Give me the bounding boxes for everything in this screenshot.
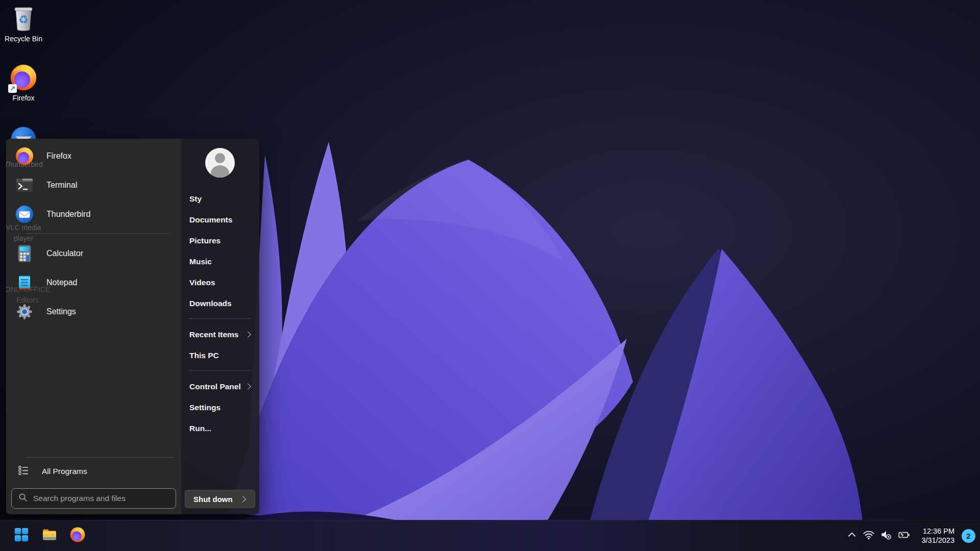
menu-item-run[interactable]: Run... — [181, 418, 259, 439]
menu-item-label: Music — [189, 257, 212, 266]
notification-count-badge[interactable]: 2 — [962, 529, 975, 543]
menu-separator — [27, 233, 169, 234]
menu-item-label: Terminal — [46, 181, 77, 190]
svg-text:♻: ♻ — [18, 13, 29, 26]
taskbar-firefox-button[interactable] — [66, 524, 89, 547]
firefox-icon — [15, 146, 34, 166]
menu-item-videos[interactable]: Videos — [181, 272, 259, 293]
start-menu-places-column: Sty Documents Pictures Music Videos Down… — [181, 139, 259, 514]
start-menu: Thunderbird VLC media player ONLYOFFICE … — [6, 139, 259, 514]
all-programs-list-icon — [18, 465, 29, 478]
battery-charging-icon — [897, 529, 911, 542]
menu-separator — [188, 370, 251, 371]
desktop-icon-recycle-bin[interactable]: ♻ Recycle Bin — [0, 4, 47, 43]
menu-item-label: Run... — [189, 424, 211, 433]
menu-item-label: Documents — [189, 215, 232, 224]
all-programs-label: All Programs — [42, 467, 87, 476]
chevron-right-icon — [244, 383, 251, 390]
taskbar-file-explorer-button[interactable] — [38, 524, 61, 547]
desktop-icon-firefox[interactable]: ↗ Firefox — [0, 63, 47, 103]
thunderbird-icon — [0, 126, 47, 139]
chevron-up-icon — [846, 529, 857, 542]
clock-date: 3/31/2023 — [921, 536, 954, 545]
menu-item-label: Pictures — [189, 236, 220, 245]
start-search-box[interactable] — [11, 488, 176, 509]
menu-item-label: Downloads — [189, 299, 232, 308]
menu-item-music[interactable]: Music — [181, 251, 259, 272]
network-status-button[interactable] — [860, 525, 877, 546]
search-icon — [18, 493, 28, 504]
thunderbird-icon — [15, 205, 34, 224]
windows-logo-icon — [14, 527, 29, 544]
battery-charging-button[interactable] — [895, 525, 913, 546]
menu-item-label: Recent Items — [189, 330, 238, 339]
wifi-icon — [863, 529, 875, 542]
menu-item-label: Control Panel — [189, 382, 241, 391]
file-explorer-icon — [41, 527, 58, 545]
system-tray: 12:36 PM 3/31/2023 2 — [844, 520, 980, 551]
menu-item-label: Notepad — [46, 278, 78, 287]
shortcut-arrow-icon: ↗ — [8, 84, 17, 93]
recycle-bin-icon: ♻ — [0, 4, 47, 33]
shutdown-label: Shut down — [193, 495, 233, 504]
menu-item-label: Sty — [189, 194, 202, 204]
menu-item-label: Videos — [189, 278, 215, 287]
menu-item-this-pc[interactable]: This PC — [181, 345, 259, 366]
menu-item-pictures[interactable]: Pictures — [181, 230, 259, 251]
menu-item-label: Settings — [46, 307, 76, 316]
settings-gear-icon — [15, 302, 34, 321]
clock-time: 12:36 PM — [921, 527, 954, 536]
menu-item-documents[interactable]: Documents — [181, 209, 259, 230]
start-menu-pinned-column: Thunderbird VLC media player ONLYOFFICE … — [6, 139, 181, 514]
user-avatar[interactable] — [205, 148, 235, 178]
menu-item-control-panel[interactable]: Control Panel — [181, 376, 259, 397]
taskbar-clock[interactable]: 12:36 PM 3/31/2023 — [918, 525, 958, 546]
start-menu-item-firefox[interactable]: Firefox — [6, 141, 181, 170]
menu-separator — [188, 318, 251, 319]
menu-item-label: Settings — [189, 403, 220, 412]
menu-separator — [26, 457, 174, 458]
menu-item-settings-right[interactable]: Settings — [181, 397, 259, 418]
menu-item-label: Calculator — [46, 249, 83, 258]
menu-item-label: Thunderbird — [46, 210, 90, 219]
start-menu-item-settings[interactable]: Settings — [6, 297, 181, 326]
menu-item-label: This PC — [189, 351, 219, 360]
chevron-right-icon — [239, 496, 246, 503]
start-menu-item-calculator[interactable]: Calculator — [6, 239, 181, 268]
all-programs-button[interactable]: All Programs — [6, 461, 181, 482]
menu-item-user-folder[interactable]: Sty — [181, 188, 259, 209]
desktop: ♻ Recycle Bin ↗ — [0, 0, 980, 551]
start-menu-item-thunderbird[interactable]: Thunderbird — [6, 199, 181, 229]
firefox-icon — [69, 527, 86, 545]
search-input[interactable] — [33, 494, 170, 503]
start-button[interactable] — [10, 524, 33, 547]
firefox-icon: ↗ — [0, 63, 47, 92]
volume-muted-icon — [880, 529, 892, 542]
desktop-icon-label: Recycle Bin — [0, 35, 47, 43]
menu-item-downloads[interactable]: Downloads — [181, 293, 259, 314]
start-menu-item-notepad[interactable]: Notepad — [6, 268, 181, 297]
shutdown-button[interactable]: Shut down — [185, 490, 255, 508]
notepad-icon — [15, 273, 34, 292]
volume-muted-button[interactable] — [877, 525, 895, 546]
avatar-person-icon — [215, 153, 225, 163]
start-menu-item-terminal[interactable]: Terminal — [6, 170, 181, 199]
menu-item-recent-items[interactable]: Recent Items — [181, 324, 259, 345]
taskbar: 12:36 PM 3/31/2023 2 — [0, 520, 980, 551]
hidden-icons-button[interactable] — [844, 525, 860, 546]
desktop-icon-thunderbird-partial[interactable] — [0, 126, 47, 139]
chevron-right-icon — [244, 331, 251, 338]
desktop-icon-label: Firefox — [0, 94, 47, 103]
menu-item-label: Firefox — [46, 152, 71, 161]
terminal-icon — [15, 176, 34, 195]
calculator-icon — [15, 244, 34, 263]
